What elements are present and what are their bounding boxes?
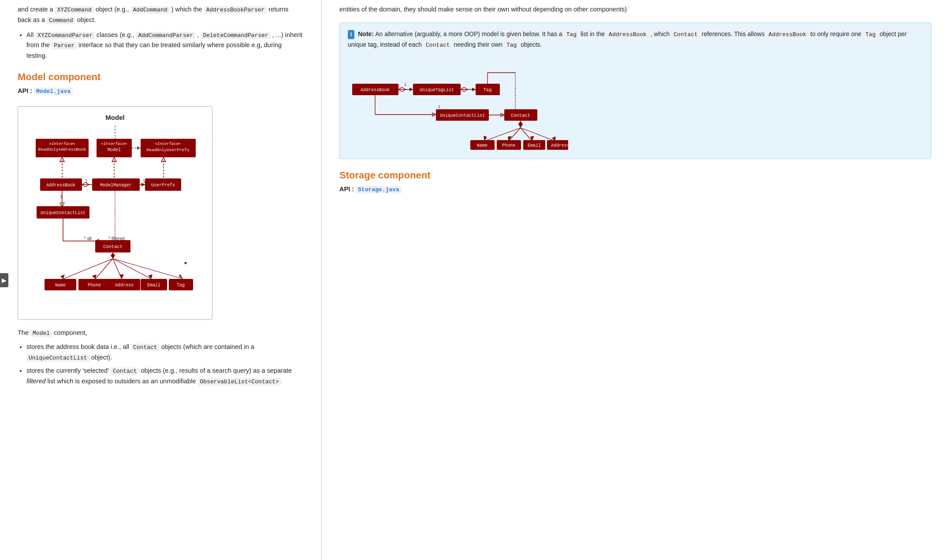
contact-code-2: Contact — [111, 367, 139, 375]
svg-text:ReadOnlyUserPrefs: ReadOnlyUserPrefs — [147, 148, 190, 152]
model-diagram: Model «Interface» ReadOnlyAddressBook «I… — [18, 106, 212, 320]
svg-text:Contact: Contact — [103, 244, 123, 249]
deletecommandparser-code: DeleteCommandParser — [201, 32, 270, 39]
svg-text:«Interface»: «Interface» — [155, 142, 181, 146]
api-line-left: API : Model.java — [18, 87, 304, 95]
left-panel: and create a XYZCommand object (e.g., Ad… — [0, 0, 322, 560]
svg-text:UniqueTagList: UniqueTagList — [420, 88, 454, 93]
storage-section-heading: Storage component — [339, 170, 931, 181]
svg-text:Email: Email — [528, 143, 541, 148]
svg-text:Name: Name — [477, 143, 488, 148]
svg-text:UniqueContactList: UniqueContactList — [41, 211, 86, 215]
svg-marker-70 — [409, 88, 413, 91]
intro-text-5: object. — [77, 16, 96, 23]
svg-line-50 — [113, 259, 183, 279]
svg-text:1: 1 — [438, 104, 440, 109]
svg-text:Contact: Contact — [511, 113, 530, 118]
note-box: i Note: An alternative (arguably, a more… — [339, 22, 931, 159]
top-text: entities of the domain, they should make… — [339, 4, 931, 15]
model-bullet-2: stores the currently 'selected' Contact … — [26, 366, 304, 387]
contact-code-2-right: Contact — [424, 41, 452, 49]
xyzcommandparser-code: XYZCommandParser — [35, 32, 95, 39]
svg-line-42 — [63, 259, 113, 279]
svg-text:Address: Address — [551, 143, 568, 148]
model-body-text: The Model component, — [18, 328, 304, 338]
svg-text:AddressBook: AddressBook — [361, 88, 390, 93]
svg-text:Phone: Phone — [502, 143, 515, 148]
addressbook-code-2: AddressBook — [767, 31, 809, 38]
svg-line-99 — [521, 128, 555, 141]
intro-paragraph: and create a XYZCommand object (e.g., Ad… — [18, 4, 304, 26]
svg-marker-17 — [137, 146, 141, 150]
parser-code: Parser — [52, 42, 77, 49]
svg-line-48 — [113, 259, 151, 279]
command-code: Command — [47, 17, 75, 24]
svg-text:UniqueContactList: UniqueContactList — [440, 113, 485, 118]
svg-text:«Interface»: «Interface» — [101, 142, 127, 146]
svg-text:ModelManager: ModelManager — [100, 183, 132, 188]
svg-text:«Interface»: «Interface» — [49, 142, 75, 146]
nav-arrow[interactable]: ▶ — [0, 273, 8, 287]
svg-marker-92 — [518, 121, 523, 128]
svg-text:Model: Model — [108, 148, 121, 152]
note-paragraph: i Note: An alternative (arguably, a more… — [348, 29, 923, 50]
right-panel: entities of the domain, they should make… — [322, 0, 949, 560]
addressbookparser-code: AddressBookParser — [204, 6, 267, 14]
svg-text:ReadOnlyAddressBook: ReadOnlyAddressBook — [38, 147, 86, 152]
model-diagram-svg: «Interface» ReadOnlyAddressBook «Interfa… — [27, 126, 203, 311]
model-code-inline: Model — [30, 330, 52, 337]
contact-code: Contact — [131, 344, 160, 351]
addcommand-code: AddCommand — [131, 6, 170, 14]
tag-code-3: Tag — [504, 41, 519, 49]
xyzcommand-code: XYZCommand — [55, 6, 94, 14]
svg-text:Tag: Tag — [484, 87, 492, 93]
svg-text:Email: Email — [147, 283, 160, 288]
addressbook-code-1: AddressBook — [607, 31, 649, 38]
svg-text:1: 1 — [404, 82, 406, 87]
storage-java-link[interactable]: Storage.java — [356, 186, 402, 193]
intro-list-item-1: All XYZCommandParser classes (e.g., AddC… — [26, 30, 304, 61]
tag-code-1: Tag — [564, 31, 579, 38]
svg-text:Tag: Tag — [177, 283, 185, 288]
svg-marker-75 — [472, 88, 476, 91]
svg-text:* all: * all — [84, 236, 92, 241]
model-java-link[interactable]: Model.java — [34, 88, 73, 95]
note-label: Note: — [358, 30, 374, 37]
note-icon: i — [348, 30, 354, 39]
filtered-italic: filtered — [26, 378, 46, 385]
alt-model-diagram: AddressBook 1 UniqueTagList Tag — [348, 57, 923, 152]
observablelist-code: ObservableList<Contact> — [198, 378, 281, 386]
svg-text:Phone: Phone — [88, 283, 101, 288]
intro-list: All XYZCommandParser classes (e.g., AddC… — [26, 30, 304, 61]
alt-diagram-svg: AddressBook 1 UniqueTagList Tag — [348, 57, 568, 150]
svg-line-44 — [95, 259, 113, 279]
tag-code-2: Tag — [863, 31, 878, 38]
model-bullets: stores the address book data i.e., all C… — [26, 342, 304, 386]
intro-text-1: and create a — [18, 6, 53, 13]
uniquecontactlist-code: UniqueContactList — [26, 354, 89, 362]
api-line-right: API : Storage.java — [339, 185, 931, 193]
svg-text:UserPrefs: UserPrefs — [151, 183, 175, 188]
intro-text-3: ) which the — [171, 6, 202, 13]
model-section-heading: Model component — [18, 71, 304, 83]
svg-text:Name: Name — [55, 283, 66, 288]
svg-marker-41 — [111, 252, 115, 259]
svg-marker-47 — [119, 274, 124, 279]
diagram-title: Model — [27, 114, 203, 121]
svg-text:Address: Address — [115, 283, 134, 288]
intro-text-2: object (e.g., — [96, 6, 129, 13]
model-bullet-1: stores the address book data i.e., all C… — [26, 342, 304, 363]
contact-code-right: Contact — [671, 31, 700, 38]
svg-text:AddressBook: AddressBook — [46, 183, 75, 188]
svg-point-52 — [185, 262, 187, 264]
svg-line-93 — [484, 128, 521, 141]
addcommandparser-code: AddCommandParser — [136, 32, 195, 39]
